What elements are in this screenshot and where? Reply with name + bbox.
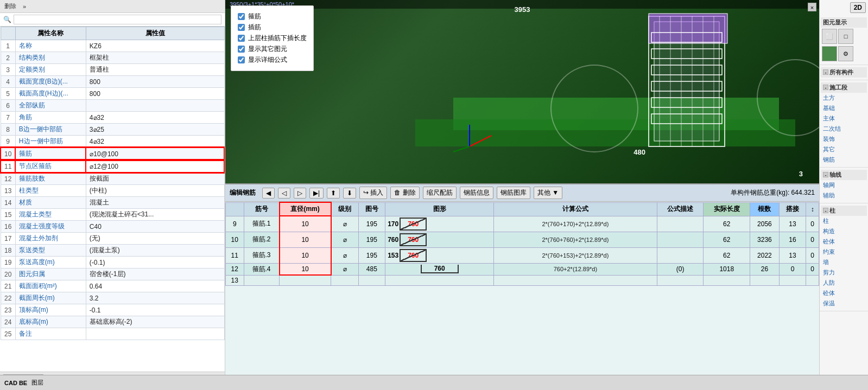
row-property-value[interactable]: 0.64 — [86, 280, 224, 292]
row-property-value[interactable]: KZ6 — [86, 40, 224, 52]
collapse-axis-btn[interactable]: - — [823, 172, 828, 177]
rs-item-airdefense[interactable]: 人防 — [821, 278, 867, 288]
view-close-btn[interactable]: × — [808, 3, 816, 11]
2d-mode-btn[interactable]: 2D — [850, 2, 866, 13]
row-property-value[interactable]: 800 — [86, 88, 224, 100]
nav-last-btn[interactable]: ▶| — [309, 188, 324, 199]
row-property-value[interactable]: 3⌀25 — [86, 124, 224, 136]
row-property-value[interactable]: ⌀10@100 — [86, 148, 224, 160]
row-property-name[interactable]: 截面宽度(B边)(... — [15, 76, 86, 88]
row-property-value[interactable]: 宿舍楼(-1层) — [86, 268, 224, 280]
rs-item-col-concrete[interactable]: 砼体 — [821, 236, 867, 247]
cell-diameter[interactable]: 10 — [280, 216, 331, 232]
rs-item-main[interactable]: 主体 — [821, 113, 867, 124]
rs-item-grid[interactable]: 轴网 — [821, 180, 867, 190]
other-btn[interactable]: 其他 ▼ — [534, 187, 562, 199]
cell-count[interactable]: 26 — [750, 263, 780, 275]
row-property-name[interactable]: 角筋 — [15, 112, 86, 124]
checkbox-item-3[interactable]: 显示其它图元 — [238, 44, 307, 54]
checkbox-0[interactable] — [238, 13, 245, 20]
collapse-column-btn[interactable]: - — [823, 208, 828, 213]
row-property-value[interactable]: (混凝土泵) — [86, 245, 224, 257]
rs-item-wall[interactable]: 墙 — [821, 257, 867, 267]
row-property-value[interactable]: 4⌀32 — [86, 112, 224, 124]
row-property-name[interactable]: 泵送高度(m) — [15, 257, 86, 268]
cell-count[interactable] — [750, 275, 780, 285]
row-property-name[interactable]: 泵送类型 — [15, 245, 86, 257]
row-property-name[interactable]: 全部纵筋 — [15, 100, 86, 112]
move-up-btn[interactable]: ⬆ — [327, 188, 340, 199]
rs-item-shear[interactable]: 剪力 — [821, 267, 867, 278]
checkbox-item-2[interactable]: 上层柱插筋下插长度 — [238, 34, 307, 43]
cell-diameter[interactable]: 10 — [280, 263, 331, 275]
row-property-name[interactable]: 混凝土外加剂 — [15, 233, 86, 245]
row-property-name[interactable]: 图元归属 — [15, 268, 86, 280]
row-property-name[interactable]: 底标高(m) — [15, 316, 86, 328]
row-property-name[interactable]: 混凝土强度等级 — [15, 221, 86, 233]
row-property-value[interactable]: 框架柱 — [86, 52, 224, 64]
insert-btn[interactable]: ↪ 插入 — [359, 187, 387, 199]
checkbox-3[interactable] — [238, 46, 245, 53]
checkbox-1[interactable] — [238, 24, 245, 31]
rs-item-decoration[interactable]: 装饰 — [821, 134, 867, 144]
cell-diameter[interactable]: 10 — [280, 247, 331, 263]
rs-item-other[interactable]: 其它 — [821, 144, 867, 155]
row-property-value[interactable]: 按截面 — [86, 172, 224, 185]
rs-item-foundation[interactable]: 基础 — [821, 103, 867, 113]
row-property-value[interactable]: 普通柱 — [86, 64, 224, 76]
row-property-value[interactable]: (现浇混凝土碎石<31... — [86, 209, 224, 221]
collapse-all-btn[interactable]: - — [823, 69, 828, 75]
row-property-name[interactable]: 箍筋肢数 — [15, 172, 86, 185]
rs-item-col-main[interactable]: 柱 — [821, 216, 867, 226]
rebar-library-btn[interactable]: 钢筋图库 — [497, 187, 530, 199]
nav-first-btn[interactable]: ◀ — [262, 188, 275, 199]
cell-count[interactable]: 2056 — [750, 216, 780, 232]
row-property-name[interactable]: 备注 — [15, 328, 86, 340]
checkbox-item-0[interactable]: 箍筋 — [238, 12, 307, 21]
display-btn-2[interactable]: □ — [838, 29, 853, 44]
nav-next-btn[interactable]: ▷ — [294, 188, 306, 199]
cell-name[interactable]: 箍筋.3 — [244, 247, 279, 263]
cell-diameter[interactable] — [280, 275, 331, 285]
row-property-value[interactable]: (中柱) — [86, 185, 224, 197]
display-btn-1[interactable]: ⬜ — [822, 29, 837, 44]
rs-item-auxiliary[interactable]: 辅助 — [821, 190, 867, 201]
cell-name[interactable]: 箍筋.4 — [244, 263, 279, 275]
display-btn-3[interactable] — [822, 46, 837, 61]
row-property-value[interactable]: (无) — [86, 233, 224, 245]
row-property-value[interactable]: 基础底标高(-2) — [86, 316, 224, 328]
rs-item-earthwork[interactable]: 土方 — [821, 93, 867, 103]
row-property-name[interactable]: 截面面积(m²) — [15, 280, 86, 292]
row-property-name[interactable]: 顶标高(m) — [15, 304, 86, 316]
expand-btn[interactable]: » — [21, 2, 28, 11]
cell-count[interactable]: 2022 — [750, 247, 780, 263]
row-property-value[interactable]: 3.2 — [86, 292, 224, 304]
checkbox-item-1[interactable]: 插筋 — [238, 23, 307, 32]
collapse-construction-btn[interactable]: - — [823, 85, 828, 90]
cell-name[interactable]: 箍筋.1 — [244, 216, 279, 232]
rs-item-insulation[interactable]: 保温 — [821, 298, 867, 309]
rs-item-col-constraint[interactable]: 约束 — [821, 247, 867, 257]
cell-name[interactable] — [244, 275, 279, 285]
row-property-name[interactable]: 箍筋 — [15, 148, 86, 160]
rs-item-concrete2[interactable]: 砼体 — [821, 288, 867, 298]
move-down-btn[interactable]: ⬇ — [343, 188, 356, 199]
row-property-name[interactable]: 柱类型 — [15, 185, 86, 197]
row-property-name[interactable]: 名称 — [15, 40, 86, 52]
display-btn-4[interactable]: ⚙ — [838, 46, 853, 61]
row-property-name[interactable]: 截面高度(H边)(... — [15, 88, 86, 100]
row-property-value[interactable]: (-0.1) — [86, 257, 224, 268]
delete-rebar-btn[interactable]: 🗑 删除 — [390, 187, 419, 199]
row-property-value[interactable]: 800 — [86, 76, 224, 88]
cell-name[interactable]: 箍筋.2 — [244, 232, 279, 247]
row-property-name[interactable]: 材质 — [15, 197, 86, 209]
row-property-value[interactable]: 混凝土 — [86, 197, 224, 209]
cell-diameter[interactable]: 10 — [280, 232, 331, 247]
rs-item-steel[interactable]: 钢筋 — [821, 155, 867, 165]
row-property-value[interactable]: 4⌀32 — [86, 136, 224, 148]
row-property-value[interactable]: C40 — [86, 221, 224, 233]
rs-item-col-struct[interactable]: 构造 — [821, 226, 867, 236]
checkbox-2[interactable] — [238, 35, 245, 42]
checkbox-item-4[interactable]: 显示详细公式 — [238, 55, 307, 65]
scale-btn[interactable]: 缩尺配筋 — [423, 187, 457, 199]
